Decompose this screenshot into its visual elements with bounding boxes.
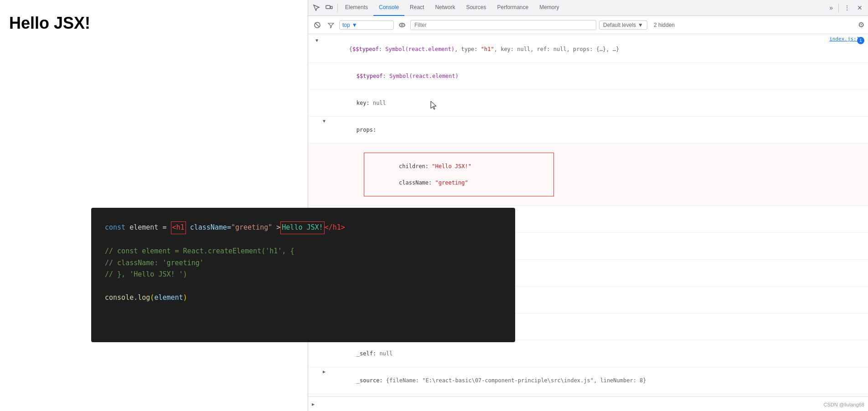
code-line-5: // }, 'Hello JSX! ') xyxy=(105,269,501,281)
console-typeof-entry: $$typeof: Symbol(react.element) xyxy=(308,63,868,90)
chevron-down-icon-levels: ▼ xyxy=(638,22,643,28)
tab-sources[interactable]: Sources xyxy=(460,0,491,16)
log-fn: log xyxy=(138,293,150,302)
console-props-line: props: xyxy=(330,118,864,142)
tab-react[interactable]: React xyxy=(404,0,429,16)
classname-attr: className= xyxy=(190,223,231,231)
console-key-entry: key: null xyxy=(308,90,868,117)
code-line-1: const element = <h1 className="greeting"… xyxy=(105,221,501,234)
console-key-line: key: null xyxy=(330,91,864,115)
console-root-entry[interactable]: {$$typeof: Symbol(react.element), type: … xyxy=(308,36,868,63)
h1-tag-box: <h1 xyxy=(171,221,186,234)
code-editor: const element = <h1 className="greeting"… xyxy=(91,208,515,342)
customize-icon[interactable]: ⋮ xyxy=(841,1,853,14)
element-var: element xyxy=(154,293,183,302)
main-page: Hello JSX! xyxy=(0,0,305,411)
console-root-line: {$$typeof: Symbol(react.element), type: … xyxy=(323,37,854,62)
console-props-entry[interactable]: props: xyxy=(308,117,868,144)
code-line-3: // const element = React.createElement('… xyxy=(105,246,501,257)
console-fn: console xyxy=(105,293,134,302)
expand-props-arrow[interactable] xyxy=(323,118,328,123)
filter-icon[interactable] xyxy=(326,20,336,31)
greeting-string: "greeting" xyxy=(231,223,272,231)
svg-rect-0 xyxy=(326,5,330,9)
svg-rect-1 xyxy=(331,6,332,9)
const-keyword: const xyxy=(105,223,125,231)
toolbar-separator xyxy=(337,3,338,12)
console-prompt-icon: ▸ xyxy=(312,401,315,407)
console-toolbar: top ▼ Default levels ▼ 2 hidden ⚙ xyxy=(308,16,868,34)
code-line-4: // className: 'greeting' xyxy=(105,257,501,269)
clear-console-icon[interactable] xyxy=(312,20,323,31)
code-line-7: console.log(element) xyxy=(105,292,501,304)
device-toggle-icon[interactable] xyxy=(323,1,336,14)
context-selector[interactable]: top ▼ xyxy=(339,21,394,30)
expand-root-arrow[interactable] xyxy=(315,38,321,43)
devtools-tabbar: Elements Console React Network Sources P… xyxy=(308,0,868,16)
console-typeof-line: $$typeof: Symbol(react.element) xyxy=(330,64,864,88)
svg-point-5 xyxy=(401,24,403,26)
comment-line4: // className: 'greeting' xyxy=(105,259,204,267)
tab-console[interactable]: Console xyxy=(373,0,404,16)
inspect-element-icon[interactable] xyxy=(310,1,323,14)
console-self-line: _self: null xyxy=(330,341,864,366)
toolbar-separator-2 xyxy=(838,3,839,12)
tab-memory[interactable]: Memory xyxy=(534,0,564,16)
tab-network[interactable]: Network xyxy=(429,0,460,16)
console-input-area: ▸ xyxy=(308,396,868,411)
expand-proto2-arrow[interactable] xyxy=(323,396,328,396)
eye-icon[interactable] xyxy=(397,20,408,31)
console-children-line: children: "Hello JSX!" className: "greet… xyxy=(337,144,864,205)
text-box: Hello JSX! xyxy=(280,221,324,234)
log-levels-selector[interactable]: Default levels ▼ xyxy=(599,21,647,30)
chevron-down-icon: ▼ xyxy=(352,22,357,28)
csdn-badge: CSDN @liulang68 xyxy=(824,402,864,407)
svg-point-4 xyxy=(399,23,405,27)
code-space: element = xyxy=(129,223,170,231)
settings-icon[interactable]: ⚙ xyxy=(858,21,864,29)
info-badge: i xyxy=(857,37,864,44)
close-tag: </h1> xyxy=(325,223,345,231)
comment-line3: // const element = React.createElement('… xyxy=(105,247,294,255)
hidden-count: 2 hidden xyxy=(654,22,675,28)
comment-line5: // }, 'Hello JSX! ') xyxy=(105,270,187,278)
console-children-entry: children: "Hello JSX!" className: "greet… xyxy=(308,144,868,206)
console-source-entry[interactable]: _source: {fileName: "E:\react-basic\07-c… xyxy=(308,367,868,394)
tag-close: > xyxy=(276,223,280,231)
filter-input[interactable] xyxy=(410,20,596,30)
page-title: Hello JSX! xyxy=(0,0,305,46)
expand-source-arrow[interactable] xyxy=(323,369,328,374)
devtools-panel: Elements Console React Network Sources P… xyxy=(308,0,868,411)
svg-line-3 xyxy=(315,23,319,27)
context-label: top xyxy=(342,22,350,28)
console-proto2-entry[interactable]: __proto__: Object xyxy=(308,394,868,396)
more-tabs-icon[interactable]: » xyxy=(826,4,837,11)
console-source-line: _source: {fileName: "E:\react-basic\07-c… xyxy=(330,368,864,393)
tab-performance[interactable]: Performance xyxy=(491,0,534,16)
console-proto2-line: __proto__: Object xyxy=(330,395,864,396)
close-icon[interactable]: ✕ xyxy=(853,1,866,14)
tab-elements[interactable]: Elements xyxy=(340,0,373,16)
console-self-entry: _self: null xyxy=(308,340,868,367)
log-levels-label: Default levels xyxy=(603,22,636,28)
